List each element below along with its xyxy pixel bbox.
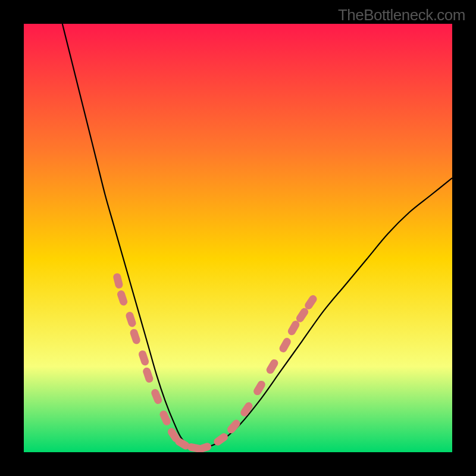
watermark-text: TheBottleneck.com [338,6,465,24]
chart-frame: TheBottleneck.com [0,0,476,476]
plot-area [24,24,452,452]
bottleneck-chart [24,24,452,452]
gradient-background [24,24,452,452]
